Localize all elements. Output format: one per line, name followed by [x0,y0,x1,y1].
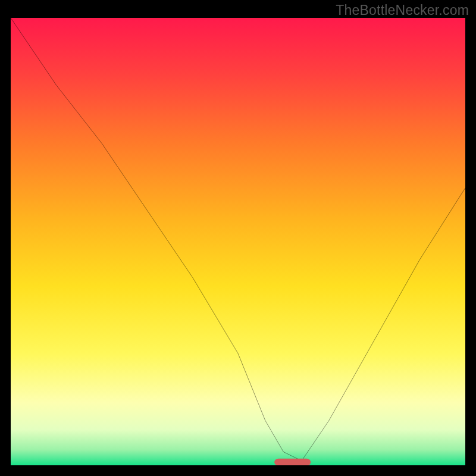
watermark-text: TheBottleNecker.com [336,2,469,18]
chart-frame: TheBottleNecker.com [0,0,476,476]
optimal-marker [274,459,311,465]
plot-area [11,18,465,465]
chart-svg [11,18,465,465]
gradient-background [11,18,465,465]
